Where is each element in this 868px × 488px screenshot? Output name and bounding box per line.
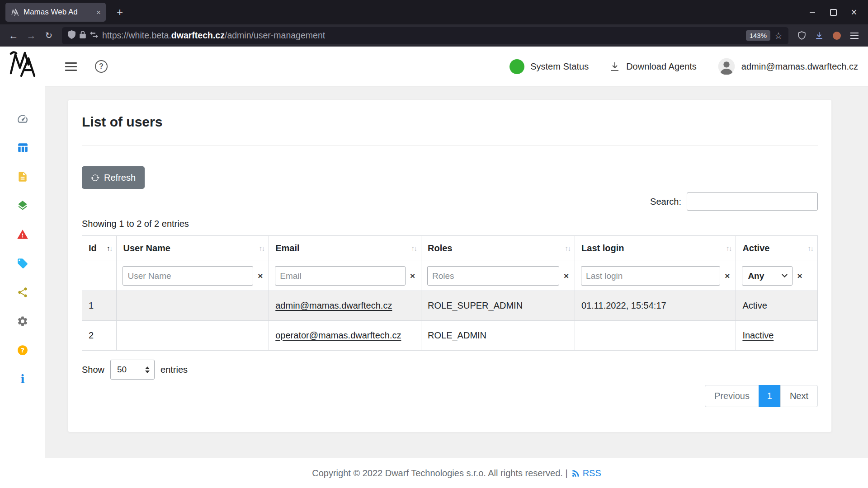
clear-filter-icon[interactable] [258,271,263,281]
pagination-previous[interactable]: Previous [705,385,759,407]
cell-active: Active [736,291,818,321]
cell-id: 1 [82,291,117,321]
app-footer: Copyright © 2022 Dwarf Technologies s.r.… [45,458,868,488]
bookmark-star-icon[interactable] [774,30,783,41]
pagination-page-1[interactable]: 1 [759,385,781,407]
new-tab-button[interactable] [112,5,127,20]
sidebar-item-help[interactable]: ? [17,344,28,356]
system-status[interactable]: System Status [509,59,589,74]
avatar-icon [717,57,736,75]
sidebar-item-info[interactable]: i [17,373,28,385]
window-minimize-icon[interactable] [802,0,823,24]
table-row: 1 admin@mamas.dwarftech.cz ROLE_SUPER_AD… [82,291,818,321]
column-header-active[interactable]: Active [736,236,818,261]
chevron-down-icon [782,272,788,277]
account-menu[interactable]: admin@mamas.dwarftech.cz [717,57,858,75]
filter-roles-input[interactable] [427,266,559,286]
document-icon [17,171,28,183]
clear-filter-icon[interactable] [725,271,730,281]
sort-icon [807,244,813,252]
sidebar-item-tags[interactable] [17,258,28,269]
download-agents[interactable]: Download Agents [609,61,697,72]
pocket-shield-icon[interactable] [793,28,810,44]
divider [82,145,818,145]
url-bar[interactable]: https://white.beta.dwarftech.cz/admin/us… [62,27,788,44]
column-header-last-login[interactable]: Last login [575,236,736,261]
filter-last-login-input[interactable] [581,266,720,286]
menu-icon[interactable] [846,28,863,44]
cell-email: operator@mamas.dwarftech.cz [269,321,421,351]
sidebar-item-documents[interactable] [17,171,28,183]
user-email-link[interactable]: operator@mamas.dwarftech.cz [275,330,401,340]
page-length-select[interactable]: 50 [110,360,155,380]
active-filter-select[interactable]: Any [742,266,793,286]
app-header: System Status Download Agents admin@mama… [45,47,868,87]
status-green-dot-icon [509,59,524,74]
filter-user-name-input[interactable] [123,266,253,286]
sidebar-item-dashboard[interactable] [17,113,28,125]
cell-last-login: 01.11.2022, 15:54:17 [575,291,736,321]
info-icon: i [17,373,28,385]
rss-link[interactable]: RSS [571,468,601,479]
clear-filter-icon[interactable] [410,271,415,281]
clear-filter-icon[interactable] [564,271,569,281]
filter-email-input[interactable] [275,266,406,286]
sort-icon [259,244,264,252]
svg-text:i: i [20,373,25,385]
sort-icon [726,244,731,252]
toggle-active-link[interactable]: Inactive [742,330,774,340]
sidebar-item-integrations[interactable] [17,286,28,298]
lock-icon[interactable] [80,31,86,40]
refresh-row: Refresh [82,166,818,189]
forward-button[interactable] [23,28,39,44]
window-close-icon[interactable] [844,0,864,24]
cell-roles: ROLE_SUPER_ADMIN [421,291,575,321]
shield-icon[interactable] [68,30,75,41]
user-email-link[interactable]: admin@mamas.dwarftech.cz [275,300,392,310]
filter-cell-id [82,261,117,291]
cell-id: 2 [82,321,117,351]
showing-entries-text: Showing 1 to 2 of 2 entries [82,219,818,229]
sidebar-item-layers[interactable] [17,200,28,211]
zoom-indicator[interactable]: 143% [746,30,770,41]
tag-icon [17,258,28,269]
sort-icon [565,244,570,252]
help-button[interactable] [95,60,108,73]
browser-tab[interactable]: Mamas Web Ad [5,3,106,22]
layers-icon [17,200,28,211]
account-email: admin@mamas.dwarftech.cz [741,61,858,72]
search-row: Search: [82,192,818,211]
column-header-roles[interactable]: Roles [421,236,575,261]
share-icon [17,286,28,298]
refresh-button[interactable]: Refresh [82,166,145,189]
page-title: List of users [82,114,818,130]
clear-filter-icon[interactable] [797,271,802,281]
help-icon: ? [17,344,28,356]
url-text: https://white.beta.dwarftech.cz/admin/us… [102,30,325,41]
sidebar-item-alerts[interactable] [17,229,28,240]
tab-title: Mamas Web Ad [24,8,92,17]
cell-last-login [575,321,736,351]
spinner-arrows-icon[interactable] [145,366,150,373]
permissions-icon[interactable] [90,32,98,40]
pagination-next[interactable]: Next [780,385,818,407]
back-button[interactable] [5,28,22,44]
page-length-row: Show 50 entries [82,360,818,380]
show-label: Show [82,365,104,375]
rss-icon [571,469,580,478]
extension-icon[interactable] [829,28,845,44]
app-logo[interactable] [8,50,37,79]
tab-favicon-icon [10,8,19,17]
sidebar-item-settings[interactable] [17,315,28,327]
sidebar-toggle-button[interactable] [64,60,78,73]
column-header-email[interactable]: Email [269,236,421,261]
reload-button[interactable] [41,28,57,44]
tab-close-icon[interactable] [96,9,101,16]
downloads-icon[interactable] [811,28,827,44]
window-maximize-icon[interactable] [823,0,844,24]
search-label: Search: [650,197,681,207]
sidebar-item-tables[interactable] [17,142,28,154]
column-header-id[interactable]: Id [82,236,117,261]
column-header-user-name[interactable]: User Name [117,236,269,261]
search-input[interactable] [687,192,818,211]
